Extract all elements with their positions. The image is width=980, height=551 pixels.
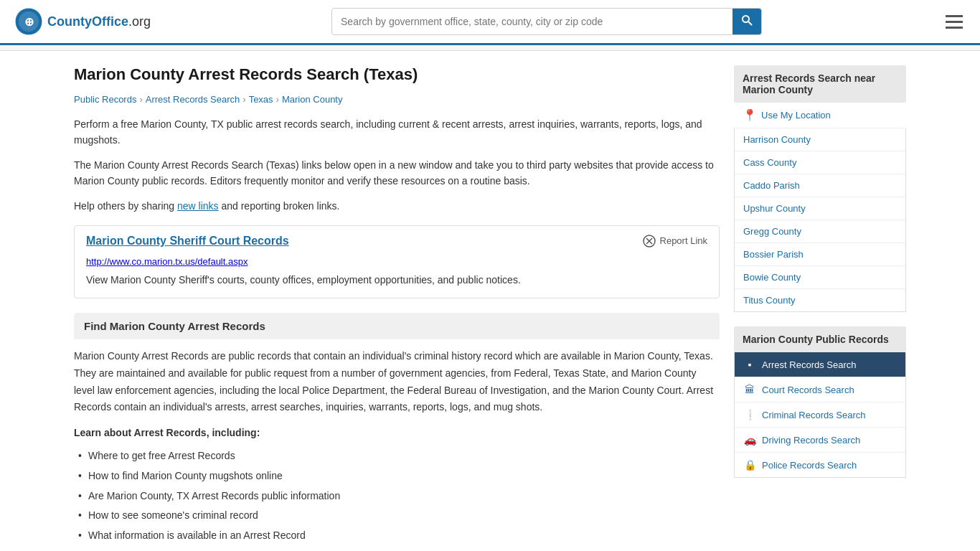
breadcrumb: Public Records › Arrest Records Search ›… xyxy=(74,94,720,105)
public-records-title: Marion County Public Records xyxy=(734,326,906,352)
learn-list: Where to get free Arrest Records How to … xyxy=(74,446,720,546)
breadcrumb-arrest-records[interactable]: Arrest Records Search xyxy=(146,94,240,105)
list-item: Where to get free Arrest Records xyxy=(74,446,720,466)
find-section-text: Marion County Arrest Records are public … xyxy=(74,348,720,416)
record-card-title[interactable]: Marion County Sheriff Court Records xyxy=(86,235,289,248)
list-item: 🏛 Court Records Search xyxy=(735,377,905,402)
list-item: Titus County xyxy=(735,289,905,311)
list-item: Upshur County xyxy=(735,197,905,220)
public-records-list: ▪ Arrest Records Search 🏛 Court Records … xyxy=(734,352,906,478)
record-card-header: Marion County Sheriff Court Records Repo… xyxy=(75,226,719,256)
logo-area: ⊕ CountyOffice.org xyxy=(14,7,151,36)
find-section-body: Marion County Arrest Records are public … xyxy=(74,339,720,551)
nearby-counties-list: Harrison County Cass County Caddo Parish… xyxy=(734,128,906,312)
arrest-icon: ▪ xyxy=(743,359,756,370)
search-area xyxy=(331,8,762,35)
search-button[interactable] xyxy=(732,9,761,34)
police-icon: 🔒 xyxy=(743,459,756,471)
record-url-link[interactable]: http://www.co.marion.tx.us/default.aspx xyxy=(86,256,248,267)
list-item: Are Marion County, TX Arrest Records pub… xyxy=(74,486,720,507)
svg-text:⊕: ⊕ xyxy=(24,16,34,28)
desc-3: Help others by sharing new links and rep… xyxy=(74,198,720,214)
search-input[interactable] xyxy=(332,10,732,33)
public-records-court-link[interactable]: 🏛 Court Records Search xyxy=(735,377,905,402)
list-item: How to see someone's criminal record xyxy=(74,506,720,526)
content-wrapper: Marion County Arrest Records Search (Tex… xyxy=(60,51,920,551)
public-records-police-link[interactable]: 🔒 Police Records Search xyxy=(735,453,905,477)
use-my-location-link[interactable]: Use My Location xyxy=(761,110,831,121)
nearby-section-title: Arrest Records Search near Marion County xyxy=(734,65,906,103)
criminal-icon: ❕ xyxy=(743,409,756,420)
car-icon: 🚗 xyxy=(743,434,756,446)
use-location-row: 📍 Use My Location xyxy=(734,103,906,128)
nearby-county-link[interactable]: Bossier Parish xyxy=(735,243,905,265)
public-records-section: Marion County Public Records ▪ Arrest Re… xyxy=(734,326,906,478)
logo-text: CountyOffice.org xyxy=(47,14,151,29)
desc-1: Perform a free Marion County, TX public … xyxy=(74,116,720,149)
nearby-county-link[interactable]: Caddo Parish xyxy=(735,174,905,197)
learn-heading: Learn about Arrest Records, including: xyxy=(74,425,720,442)
nearby-county-link[interactable]: Harrison County xyxy=(735,128,905,151)
nearby-county-link[interactable]: Bowie County xyxy=(735,266,905,288)
svg-point-3 xyxy=(743,16,749,22)
find-section: Find Marion County Arrest Records Marion… xyxy=(74,313,720,551)
public-records-criminal-link[interactable]: ❕ Criminal Records Search xyxy=(735,402,905,427)
list-item: Harrison County xyxy=(735,128,905,151)
court-icon: 🏛 xyxy=(743,384,756,395)
report-link-button[interactable]: Report Link xyxy=(643,235,707,248)
location-pin-icon: 📍 xyxy=(743,108,757,122)
record-card-desc: View Marion County Sheriff's courts, cou… xyxy=(75,273,719,298)
logo-icon: ⊕ xyxy=(14,7,43,36)
record-card: Marion County Sheriff Court Records Repo… xyxy=(74,225,720,298)
main-content: Marion County Arrest Records Search (Tex… xyxy=(74,65,720,551)
list-item: 🔒 Police Records Search xyxy=(735,453,905,477)
desc-2: The Marion County Arrest Records Search … xyxy=(74,157,720,189)
hamburger-menu-button[interactable] xyxy=(943,12,966,32)
find-section-header: Find Marion County Arrest Records xyxy=(74,313,720,339)
breadcrumb-public-records[interactable]: Public Records xyxy=(74,94,136,105)
svg-line-4 xyxy=(748,22,752,25)
list-item: Bowie County xyxy=(735,266,905,289)
list-item: ▪ Arrest Records Search xyxy=(735,352,905,377)
sub-header-bar xyxy=(0,45,980,51)
report-icon xyxy=(643,235,656,248)
list-item: Gregg County xyxy=(735,220,905,243)
breadcrumb-marion-county[interactable]: Marion County xyxy=(282,94,343,105)
list-item: ❕ Criminal Records Search xyxy=(735,402,905,428)
nearby-county-link[interactable]: Titus County xyxy=(735,289,905,311)
public-records-driving-link[interactable]: 🚗 Driving Records Search xyxy=(735,428,905,452)
list-item: Caddo Parish xyxy=(735,174,905,197)
list-item: What information is available in an Arre… xyxy=(74,526,720,546)
sidebar: Arrest Records Search near Marion County… xyxy=(734,65,906,551)
public-records-arrest-link[interactable]: ▪ Arrest Records Search xyxy=(735,352,905,377)
nearby-county-link[interactable]: Gregg County xyxy=(735,220,905,242)
page-title: Marion County Arrest Records Search (Tex… xyxy=(74,65,720,84)
new-links-link[interactable]: new links xyxy=(177,200,219,212)
list-item: Cass County xyxy=(735,151,905,174)
list-item: How to find Marion County mugshots onlin… xyxy=(74,466,720,486)
search-input-wrapper xyxy=(331,8,762,35)
nearby-county-link[interactable]: Upshur County xyxy=(735,197,905,220)
record-card-url: http://www.co.marion.tx.us/default.aspx xyxy=(75,256,719,267)
nearby-county-link[interactable]: Cass County xyxy=(735,151,905,174)
list-item: 🚗 Driving Records Search xyxy=(735,428,905,453)
list-item: Bossier Parish xyxy=(735,243,905,266)
breadcrumb-texas[interactable]: Texas xyxy=(249,94,273,105)
header: ⊕ CountyOffice.org xyxy=(0,0,980,45)
